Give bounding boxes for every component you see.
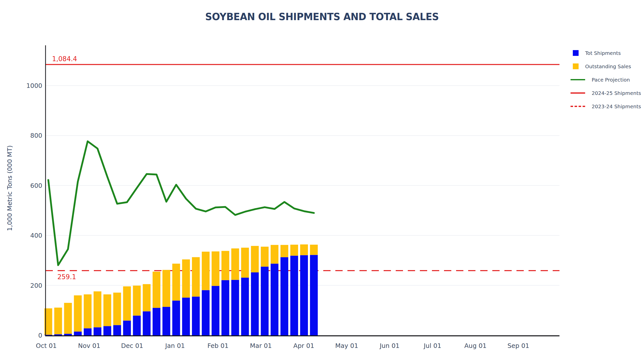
legend-label-tot-shipments: Tot Shipments [585, 50, 621, 56]
bar-shipments-Nov 14[interactable] [103, 326, 111, 335]
bar-outstanding-Feb 06[interactable] [221, 251, 229, 280]
legend-item-tot-shipments[interactable]: Tot Shipments [571, 46, 641, 60]
bar-shipments-Jan 30[interactable] [212, 286, 219, 335]
pace-projection-line-icon [571, 79, 585, 80]
bar-outstanding-Nov 21[interactable] [113, 293, 121, 325]
legend-label-pace-projection: Pace Projection [592, 77, 630, 83]
bar-outstanding-Jan 16[interactable] [192, 257, 200, 297]
y-tick-600: 600 [30, 182, 42, 189]
tot-shipments-swatch-icon [573, 50, 579, 56]
chart-container: SOYBEAN OIL SHIPMENTS AND TOTAL SALES 1,… [0, 0, 644, 362]
x-tick-Feb-01: Feb 01 [207, 342, 228, 349]
bar-outstanding-Mar 06[interactable] [261, 247, 269, 267]
y-tick-800: 800 [30, 132, 42, 139]
y-tick-400: 400 [30, 232, 42, 239]
bar-shipments-Dec 12[interactable] [143, 311, 151, 335]
y-tick-1000: 1000 [26, 82, 42, 89]
legend-label-outstanding-sales: Outstanding Sales [585, 63, 631, 69]
y-tick-200: 200 [30, 282, 42, 289]
bar-shipments-Mar 13[interactable] [271, 264, 278, 335]
x-tick-Jan-01: Jan 01 [165, 342, 185, 349]
bar-shipments-Oct 24[interactable] [74, 332, 82, 335]
legend-item-2024-25-shipments[interactable]: 2024-25 Shipments [571, 86, 641, 100]
bar-shipments-Nov 28[interactable] [123, 320, 131, 335]
bar-outstanding-Feb 13[interactable] [231, 248, 239, 280]
bar-outstanding-Oct 31[interactable] [84, 294, 92, 328]
x-tick-Dec-01: Dec 01 [121, 342, 143, 349]
x-tick-May-01: May 01 [335, 342, 358, 349]
bar-outstanding-Oct 10[interactable] [54, 308, 62, 334]
bar-outstanding-Apr 03[interactable] [300, 244, 308, 255]
x-tick-Jul-01: Jul 01 [423, 342, 441, 349]
bar-shipments-Nov 07[interactable] [94, 327, 101, 335]
bar-shipments-Mar 27[interactable] [290, 256, 298, 335]
bar-outstanding-Nov 14[interactable] [103, 294, 111, 326]
plot-area: 1,084.4259.102004006008001000Oct 01Nov 0… [0, 0, 644, 362]
bar-outstanding-Mar 27[interactable] [290, 245, 298, 256]
bar-outstanding-Dec 05[interactable] [133, 286, 141, 316]
bar-shipments-Feb 06[interactable] [221, 280, 229, 335]
bar-shipments-Nov 21[interactable] [113, 325, 121, 335]
shipments-2024-25-line-icon [571, 92, 585, 94]
legend: Tot Shipments Outstanding Sales Pace Pro… [571, 46, 641, 113]
bar-shipments-Oct 17[interactable] [64, 334, 72, 335]
x-tick-Apr-01: Apr 01 [293, 342, 314, 349]
bar-outstanding-Mar 13[interactable] [271, 245, 278, 264]
x-tick-Aug-01: Aug 01 [464, 342, 487, 349]
bar-shipments-Jan 23[interactable] [202, 290, 210, 335]
bar-outstanding-Apr 10[interactable] [310, 245, 318, 255]
bar-shipments-Apr 10[interactable] [310, 255, 318, 335]
bar-shipments-Feb 27[interactable] [251, 272, 259, 335]
bar-shipments-Dec 26[interactable] [163, 307, 170, 335]
bar-outstanding-Feb 27[interactable] [251, 246, 259, 272]
legend-item-2023-24-shipments[interactable]: 2023-24 Shipments [571, 100, 641, 113]
bar-outstanding-Dec 26[interactable] [163, 270, 170, 307]
legend-label-2024-25-shipments: 2024-25 Shipments [592, 90, 641, 96]
refline-2024-25-value-label: 1,084.4 [52, 55, 77, 63]
bar-shipments-Feb 13[interactable] [231, 280, 239, 335]
x-tick-Mar-01: Mar 01 [250, 342, 272, 349]
legend-label-2023-24-shipments: 2023-24 Shipments [592, 103, 641, 110]
x-tick-Jun-01: Jun 01 [379, 342, 399, 349]
bar-outstanding-Jan 02[interactable] [172, 264, 180, 301]
bar-outstanding-Oct 24[interactable] [74, 295, 82, 332]
shipments-2023-24-dashed-line-icon [571, 106, 585, 107]
bar-shipments-Mar 06[interactable] [261, 267, 269, 335]
bar-shipments-Jan 09[interactable] [182, 298, 190, 335]
bar-outstanding-Dec 12[interactable] [143, 284, 151, 311]
bar-shipments-Feb 20[interactable] [241, 278, 249, 335]
bar-shipments-Apr 03[interactable] [300, 255, 308, 335]
x-tick-Nov-01: Nov 01 [78, 342, 100, 349]
bar-outstanding-Oct 17[interactable] [64, 303, 72, 334]
x-tick-Oct-01: Oct 01 [36, 342, 57, 349]
bar-outstanding-Dec 19[interactable] [153, 272, 160, 308]
x-tick-labels: Oct 01Nov 01Dec 01Jan 01Feb 01Mar 01Apr … [36, 342, 530, 349]
x-tick-Sep-01: Sep 01 [507, 342, 529, 349]
bar-outstanding-Mar 20[interactable] [280, 245, 288, 257]
bar-shipments-Jan 02[interactable] [172, 301, 180, 335]
legend-item-outstanding-sales[interactable]: Outstanding Sales [571, 60, 641, 73]
bar-shipments-Dec 19[interactable] [153, 308, 160, 335]
bar-outstanding-Jan 23[interactable] [202, 252, 210, 290]
legend-item-pace-projection[interactable]: Pace Projection [571, 73, 641, 86]
bar-outstanding-Jan 30[interactable] [212, 251, 219, 286]
refline-2023-24-value-label: 259.1 [57, 273, 76, 281]
bar-shipments-Mar 20[interactable] [280, 257, 288, 335]
bar-outstanding-Jan 09[interactable] [182, 259, 190, 298]
bar-shipments-Oct 10[interactable] [54, 334, 62, 335]
outstanding-sales-swatch-icon [573, 63, 579, 69]
bar-shipments-Jan 16[interactable] [192, 297, 200, 335]
y-tick-labels: 02004006008001000 [26, 82, 42, 339]
bar-outstanding-Feb 20[interactable] [241, 248, 249, 278]
bar-shipments-Dec 05[interactable] [133, 316, 141, 335]
bar-outstanding-Nov 07[interactable] [94, 291, 101, 327]
y-tick-0: 0 [38, 332, 42, 339]
bar-shipments-Oct 31[interactable] [84, 328, 92, 335]
bar-outstanding-Nov 28[interactable] [123, 286, 131, 321]
